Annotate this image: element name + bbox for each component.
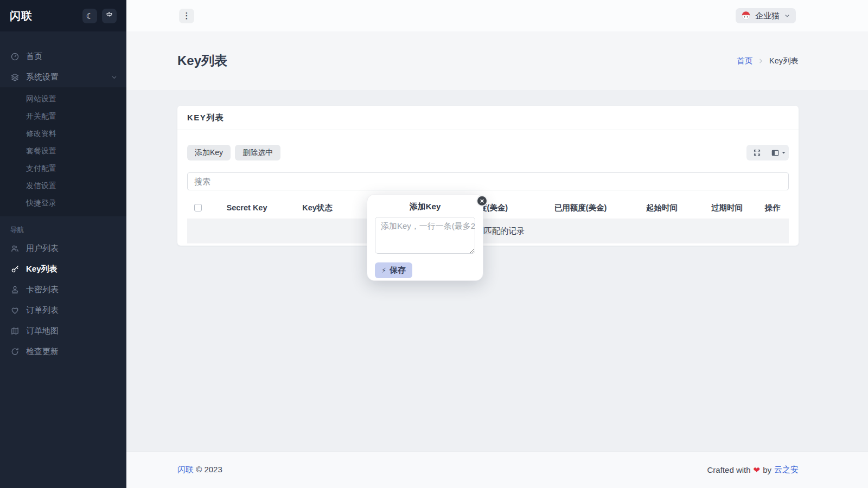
table-toolbar: 添加Key 删除选中 bbox=[187, 145, 789, 160]
sidebar-item-label: 订单列表 bbox=[26, 305, 118, 316]
sidebar-item-order-map[interactable]: 订单地图 bbox=[0, 320, 126, 341]
columns-icon bbox=[771, 149, 780, 157]
mascot-flag-icon bbox=[741, 11, 751, 21]
sidebar-item-check-update[interactable]: 检查更新 bbox=[0, 341, 126, 362]
map-icon bbox=[10, 326, 20, 336]
chevron-down-icon bbox=[784, 12, 790, 19]
table-empty-row: 没有找到匹配的记录 bbox=[187, 219, 789, 243]
delete-selected-button[interactable]: 删除选中 bbox=[235, 145, 280, 160]
search-input[interactable] bbox=[187, 172, 789, 190]
kebab-menu-button[interactable]: ⋮ bbox=[179, 9, 194, 23]
column-header-expire-time[interactable]: 过期时间 bbox=[697, 203, 757, 213]
close-icon[interactable]: × bbox=[476, 195, 488, 207]
sidebar-item-key-list[interactable]: Key列表 bbox=[0, 259, 126, 279]
page-header: Key列表 首页 Key列表 bbox=[126, 31, 868, 90]
sidebar-item-order-list[interactable]: 订单列表 bbox=[0, 300, 126, 320]
footer-by-text: by bbox=[763, 465, 771, 474]
sidebar-item-label: 首页 bbox=[26, 52, 118, 62]
key-icon bbox=[10, 265, 20, 274]
save-button[interactable]: ⚡ 保存 bbox=[375, 262, 412, 278]
footer: 闪联 © 2023 Crafted with ❤ by 云之安 bbox=[126, 451, 868, 488]
footer-copyright: © 2023 bbox=[196, 465, 222, 474]
select-all-checkbox[interactable] bbox=[194, 204, 202, 211]
brand-logo: 闪联 bbox=[10, 9, 78, 23]
content-area: KEY列表 添加Key 删除选中 bbox=[126, 90, 868, 451]
expand-icon bbox=[753, 149, 761, 157]
add-key-button[interactable]: 添加Key bbox=[187, 145, 231, 160]
footer-author-link[interactable]: 云之安 bbox=[774, 465, 799, 475]
locale-selector[interactable]: 企业猫 bbox=[736, 8, 796, 23]
popover-title: 添加Key bbox=[375, 202, 475, 212]
card-body: 添加Key 删除选中 bbox=[177, 130, 799, 246]
save-button-label: 保存 bbox=[390, 265, 406, 275]
kebab-menu-icon: ⋮ bbox=[183, 11, 191, 21]
add-key-popover: × 添加Key ⚡ 保存 bbox=[367, 194, 483, 281]
sidebar-item-label: 系统设置 bbox=[26, 72, 111, 82]
submenu-item-site-settings[interactable]: 网站设置 bbox=[0, 91, 126, 108]
key-table: Secret Key Key状态 总额度(美金) 已用额度(美金) 起始时间 过… bbox=[187, 197, 789, 243]
brush-icon bbox=[105, 12, 113, 20]
select-all-cell bbox=[187, 204, 209, 211]
footer-left: 闪联 © 2023 bbox=[177, 465, 222, 475]
sidebar-section-label: 导航 bbox=[0, 226, 126, 235]
card-title: KEY列表 bbox=[177, 106, 799, 130]
sidebar-item-system-settings[interactable]: 系统设置 bbox=[0, 67, 126, 87]
chevron-down-icon bbox=[781, 150, 786, 155]
heart-icon: ❤ bbox=[754, 465, 761, 475]
update-icon bbox=[10, 347, 20, 356]
submenu-item-quick-login[interactable]: 快捷登录 bbox=[0, 195, 126, 212]
theme-toggle-button[interactable]: ☾ bbox=[82, 9, 97, 23]
sidebar-item-label: 订单地图 bbox=[26, 326, 118, 336]
column-header-used-quota[interactable]: 已用额度(美金) bbox=[534, 203, 627, 213]
submenu-item-payment-config[interactable]: 支付配置 bbox=[0, 160, 126, 177]
users-icon bbox=[10, 244, 20, 253]
breadcrumb: 首页 Key列表 bbox=[737, 56, 799, 66]
sidebar-item-user-list[interactable]: 用户列表 bbox=[0, 238, 126, 259]
table-header-row: Secret Key Key状态 总额度(美金) 已用额度(美金) 起始时间 过… bbox=[187, 197, 789, 219]
columns-visibility-button[interactable] bbox=[768, 145, 789, 160]
heart-icon bbox=[10, 306, 20, 315]
topbar: ⋮ 企业猫 bbox=[126, 0, 868, 31]
chevron-down-icon bbox=[111, 74, 118, 81]
breadcrumb-current: Key列表 bbox=[769, 56, 799, 66]
sidebar-item-label: 用户列表 bbox=[26, 243, 118, 254]
chevron-right-icon bbox=[757, 57, 764, 65]
sidebar-item-label: 卡密列表 bbox=[26, 285, 118, 295]
stamp-icon bbox=[10, 285, 20, 294]
breadcrumb-home-link[interactable]: 首页 bbox=[737, 56, 752, 66]
footer-brand-link[interactable]: 闪联 bbox=[177, 465, 194, 474]
submenu-item-plan-settings[interactable]: 套餐设置 bbox=[0, 143, 126, 160]
submenu-item-edit-profile[interactable]: 修改资料 bbox=[0, 125, 126, 143]
dashboard-icon bbox=[10, 52, 20, 61]
sidebar-header: 闪联 ☾ bbox=[0, 0, 126, 31]
layers-icon bbox=[10, 73, 20, 82]
sidebar-item-card-list[interactable]: 卡密列表 bbox=[0, 279, 126, 300]
page-title: Key列表 bbox=[177, 52, 227, 69]
table-tools-group bbox=[746, 145, 789, 160]
key-list-card: KEY列表 添加Key 删除选中 bbox=[177, 106, 799, 246]
column-header-start-time[interactable]: 起始时间 bbox=[627, 203, 697, 213]
customize-button[interactable] bbox=[102, 9, 117, 23]
sidebar: 闪联 ☾ 首页 bbox=[0, 0, 126, 488]
column-header-key-status[interactable]: Key状态 bbox=[285, 203, 350, 213]
sidebar-item-label: 检查更新 bbox=[26, 346, 118, 357]
sidebar-item-home[interactable]: 首页 bbox=[0, 46, 126, 67]
submenu-item-switch-config[interactable]: 开关配置 bbox=[0, 108, 126, 125]
system-settings-submenu: 网站设置 开关配置 修改资料 套餐设置 支付配置 发信设置 快捷登录 bbox=[0, 87, 126, 216]
footer-crafted-text: Crafted with bbox=[707, 465, 751, 474]
fullscreen-button[interactable] bbox=[746, 145, 768, 160]
column-header-secret-key[interactable]: Secret Key bbox=[209, 203, 285, 212]
lightning-icon: ⚡ bbox=[381, 266, 386, 274]
footer-right: Crafted with ❤ by 云之安 bbox=[707, 465, 799, 475]
sidebar-item-label: Key列表 bbox=[26, 264, 118, 274]
submenu-item-mail-settings[interactable]: 发信设置 bbox=[0, 177, 126, 195]
column-header-actions[interactable]: 操作 bbox=[757, 203, 788, 213]
moon-icon: ☾ bbox=[86, 12, 93, 20]
sidebar-nav: 首页 系统设置 网站设置 开关配置 修改资料 套餐设置 支付配置 发信设置 快捷… bbox=[0, 31, 126, 362]
locale-label: 企业猫 bbox=[755, 11, 780, 21]
add-key-textarea[interactable] bbox=[375, 217, 475, 254]
